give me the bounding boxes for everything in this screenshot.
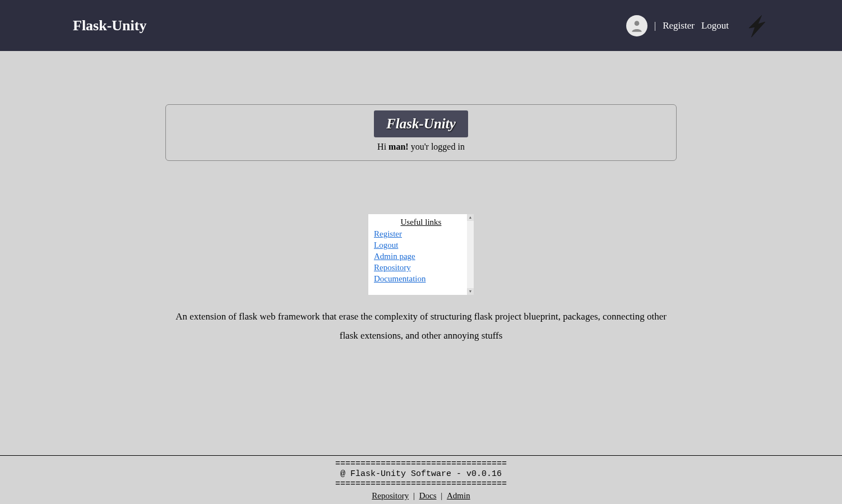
welcome-box: Flask-Unity Hi man! you'r logged in <box>165 104 677 161</box>
useful-links-title: Useful links <box>374 218 468 227</box>
list-item: Admin page <box>374 251 468 261</box>
list-item: Documentation <box>374 274 468 284</box>
main-content: Flask-Unity Hi man! you'r logged in Usef… <box>0 51 842 345</box>
footer-admin-link[interactable]: Admin <box>447 491 470 500</box>
brand-badge: Flask-Unity <box>374 110 468 137</box>
link-logout[interactable]: Logout <box>374 241 398 249</box>
link-documentation[interactable]: Documentation <box>374 274 425 283</box>
list-item: Register <box>374 229 468 239</box>
greeting-rest: you'r logged in <box>409 142 465 151</box>
footer: ================================== @ Fla… <box>0 455 842 504</box>
scroll-up-icon[interactable]: ▲ <box>467 214 474 221</box>
footer-links: Repository | Docs | Admin <box>0 491 842 501</box>
footer-repository-link[interactable]: Repository <box>372 491 409 500</box>
greeting-name: man! <box>388 142 409 151</box>
scrollbar[interactable]: ▲ ▼ <box>467 214 474 295</box>
avatar[interactable] <box>626 15 647 36</box>
header-nav: | Register Logout <box>626 13 769 38</box>
footer-sep: | <box>411 491 417 500</box>
useful-links-list: Register Logout Admin page Repository Do… <box>374 229 468 284</box>
footer-divider-top: ================================== <box>0 459 842 469</box>
header-title: Flask-Unity <box>73 17 146 34</box>
user-icon <box>630 19 644 33</box>
greeting-hi: Hi <box>377 142 388 151</box>
lightning-icon <box>744 13 769 38</box>
footer-divider-bottom: ================================== <box>0 479 842 489</box>
pipe-separator: | <box>654 21 656 31</box>
logout-link[interactable]: Logout <box>701 20 729 31</box>
scroll-down-icon[interactable]: ▼ <box>467 288 474 295</box>
description-text: An extension of flask web framework that… <box>169 307 673 345</box>
register-link[interactable]: Register <box>663 20 695 31</box>
header: Flask-Unity | Register Logout <box>0 0 842 51</box>
list-item: Repository <box>374 262 468 272</box>
greeting-text: Hi man! you'r logged in <box>177 142 665 152</box>
useful-links-panel: Useful links Register Logout Admin page … <box>368 214 474 295</box>
link-register[interactable]: Register <box>374 229 402 238</box>
footer-sep: | <box>439 491 445 500</box>
list-item: Logout <box>374 240 468 250</box>
svg-point-0 <box>635 21 640 26</box>
link-admin-page[interactable]: Admin page <box>374 252 415 261</box>
link-repository[interactable]: Repository <box>374 263 411 272</box>
footer-docs-link[interactable]: Docs <box>419 491 437 500</box>
footer-version: @ Flask-Unity Software - v0.0.16 <box>0 469 842 479</box>
